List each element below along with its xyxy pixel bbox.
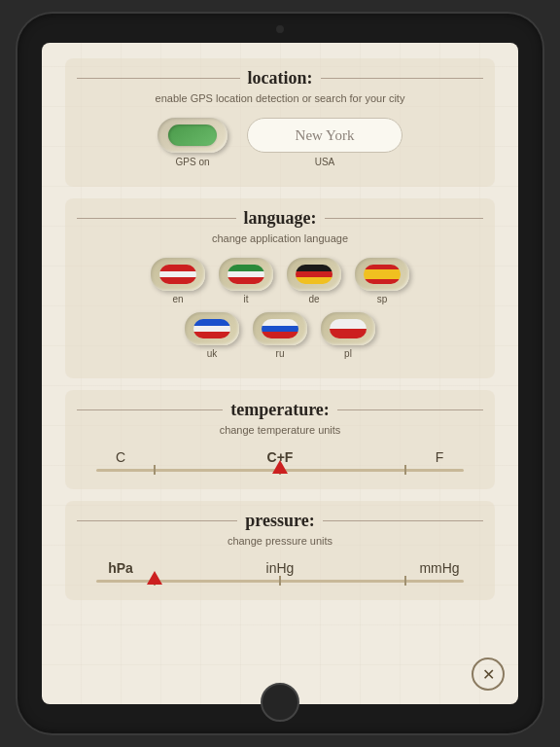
close-button[interactable]: ✕ [472,658,505,691]
flag-pill-sp [355,258,409,291]
location-controls: GPS on USA [77,118,483,167]
flag-stripe [159,265,196,271]
flag-stripe [330,329,367,338]
lang-btn-pl[interactable]: pl [321,312,375,359]
location-subtitle: enable GPS location detection or search … [77,92,483,104]
temperature-track [96,469,464,472]
temp-line-left [77,409,223,410]
language-row-1: en it [77,258,483,304]
location-section: location: enable GPS location detection … [65,58,495,187]
pressure-section: pressure: change pressure units hPa inHg… [65,501,495,600]
language-section: language: change application language [65,198,495,378]
temperature-track-wrap[interactable] [77,469,483,472]
flag-pill-ru [253,312,307,345]
location-header: location: [77,68,483,89]
temp-label-f[interactable]: F [415,449,464,465]
pressure-label-hpa[interactable]: hPa [96,560,145,576]
flag-pl [330,319,367,338]
flag-pill-pl [321,312,375,345]
lang-btn-en[interactable]: en [151,258,205,304]
lang-label-sp: sp [377,294,388,304]
flag-uk [193,319,230,338]
lang-btn-sp[interactable]: sp [355,258,409,304]
temp-tick-1 [154,465,156,475]
flag-stripe [364,269,401,279]
flag-stripe [228,277,264,284]
flag-stripe [228,271,264,278]
flag-it [228,265,264,284]
lang-label-en: en [172,294,183,304]
flag-stripe [262,319,298,326]
temp-label-c[interactable]: C [96,449,145,465]
language-line-left [77,218,236,219]
flag-stripe [262,326,298,333]
pressure-label-mmhg[interactable]: mmHg [415,560,464,576]
flag-stripe [159,271,196,278]
city-input[interactable] [247,118,402,153]
flag-stripe [296,265,332,271]
pressure-track-wrap[interactable] [77,580,483,583]
tablet-screen: location: enable GPS location detection … [42,43,518,704]
language-row-2: uk ru [77,312,483,359]
language-title: language: [244,208,317,229]
pressure-header: pressure: [77,511,483,531]
flag-stripe [193,326,230,333]
flag-stripe [193,332,230,338]
lang-btn-de[interactable]: de [287,258,341,304]
lang-btn-ru[interactable]: ru [253,312,307,359]
pressure-line-right [323,520,483,521]
pressure-marker [147,571,162,585]
flag-stripe [262,332,298,338]
pressure-tick-2 [279,576,281,586]
language-subtitle: change application language [77,232,483,244]
language-header: language: [77,208,483,229]
flag-pill-uk [185,312,239,345]
flag-pill-de [287,258,341,291]
temperature-section: temperature: change temperature units C … [65,390,495,489]
location-line-left [77,78,240,79]
gps-toggle-wrap: GPS on [158,118,228,167]
gps-pill [168,124,217,146]
home-button[interactable] [261,683,299,722]
lang-label-de: de [308,294,319,304]
temperature-marker [272,460,288,474]
location-title: location: [248,68,313,89]
language-line-right [325,218,484,219]
pressure-line-left [77,520,237,521]
city-sublabel: USA [315,157,335,167]
temperature-subtitle: change temperature units [77,424,483,436]
pressure-title: pressure: [245,511,314,531]
lang-label-ru: ru [276,348,285,359]
pressure-subtitle: change pressure units [77,535,483,547]
lang-label-it: it [244,294,249,304]
flag-pill-it [219,258,273,291]
temp-tick-3 [404,465,406,475]
flag-stripe [159,277,196,284]
flag-stripe [330,319,367,329]
gps-toggle[interactable] [158,118,228,153]
temperature-title: temperature: [230,400,330,420]
camera-notch [276,25,284,33]
tablet-frame: location: enable GPS location detection … [18,14,542,733]
pressure-label-inhg[interactable]: inHg [256,560,304,576]
lang-btn-uk[interactable]: uk [185,312,239,359]
flag-stripe [228,265,264,271]
pressure-track [96,580,464,583]
flag-pill-en [151,258,205,291]
gps-label: GPS on [175,157,209,167]
flag-stripe [193,319,230,326]
location-line-right [321,78,484,79]
flag-stripe [296,271,332,278]
temperature-header: temperature: [77,400,483,420]
temp-line-right [337,409,483,410]
flag-stripe [364,279,401,284]
city-input-wrap: USA [247,118,402,167]
flag-en [159,265,196,284]
pressure-tick-3 [404,576,406,586]
flag-de [296,265,332,284]
pressure-labels: hPa inHg mmHg [77,560,483,576]
lang-label-uk: uk [207,348,218,359]
lang-btn-it[interactable]: it [219,258,273,304]
flag-ru [262,319,298,338]
flag-sp [364,265,401,284]
